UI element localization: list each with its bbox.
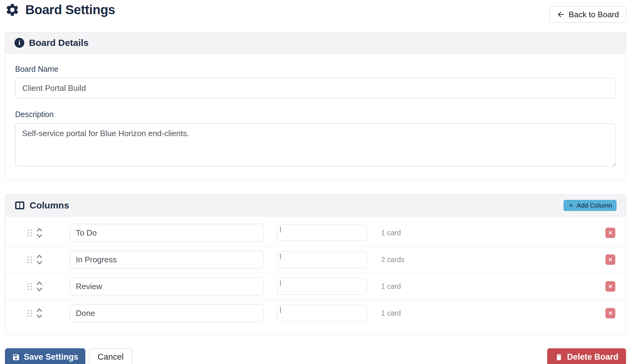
board-details-title: Board Details bbox=[29, 38, 88, 48]
card-count-label: 1 card bbox=[381, 309, 401, 317]
board-details-card: i Board Details Board Name Description S… bbox=[5, 32, 626, 180]
page-title: Board Settings bbox=[25, 2, 115, 17]
column-color-picker[interactable] bbox=[277, 224, 367, 241]
delete-column-button[interactable]: ✕ bbox=[605, 308, 615, 318]
row-handle-group bbox=[27, 254, 47, 265]
columns-title-wrap: Columns bbox=[14, 200, 69, 211]
row-handle-group bbox=[27, 227, 47, 238]
x-icon: ✕ bbox=[608, 310, 613, 317]
column-color-picker[interactable] bbox=[277, 278, 367, 295]
save-icon bbox=[12, 353, 20, 361]
gear-icon bbox=[5, 2, 20, 17]
x-icon: ✕ bbox=[608, 257, 613, 263]
save-settings-button[interactable]: Save Settings bbox=[5, 348, 85, 364]
column-color-swatch bbox=[280, 307, 281, 313]
footer-actions: Save Settings Cancel Delete Board bbox=[5, 348, 626, 364]
column-color-swatch bbox=[280, 253, 281, 259]
back-to-board-label: Back to Board bbox=[569, 10, 619, 19]
drag-handle-icon[interactable] bbox=[27, 283, 32, 290]
delete-column-button[interactable]: ✕ bbox=[605, 281, 615, 292]
column-row: 1 card ✕ bbox=[5, 300, 626, 326]
delete-board-label: Delete Board bbox=[567, 352, 618, 362]
columns-icon bbox=[14, 200, 25, 211]
board-name-label: Board Name bbox=[15, 65, 616, 74]
description-textarea[interactable]: Self-service portal for Blue Horizon end… bbox=[15, 123, 616, 166]
x-icon: ✕ bbox=[608, 230, 613, 236]
cancel-button[interactable]: Cancel bbox=[89, 348, 132, 364]
board-details-header: i Board Details bbox=[5, 32, 626, 54]
info-circle-icon: i bbox=[14, 38, 24, 48]
row-handle-group bbox=[27, 308, 47, 319]
trash-icon bbox=[555, 353, 563, 361]
drag-handle-icon[interactable] bbox=[27, 310, 32, 317]
cancel-label: Cancel bbox=[98, 352, 124, 362]
page-title-wrap: Board Settings bbox=[5, 2, 115, 17]
column-color-swatch bbox=[280, 227, 281, 233]
row-handle-group bbox=[27, 281, 47, 292]
column-row: 2 cards ✕ bbox=[5, 246, 626, 273]
drag-handle-icon[interactable] bbox=[27, 229, 32, 237]
add-column-label: Add Column bbox=[576, 202, 612, 209]
drag-handle-icon[interactable] bbox=[27, 256, 32, 263]
plus-icon bbox=[568, 202, 574, 208]
column-name-input[interactable] bbox=[70, 251, 263, 269]
delete-column-button[interactable]: ✕ bbox=[605, 254, 615, 265]
board-settings-page: Board Settings Back to Board i Board Det… bbox=[0, 0, 631, 364]
sort-arrows-icon[interactable] bbox=[36, 281, 43, 292]
board-details-body: Board Name Description Self-service port… bbox=[5, 54, 626, 180]
column-color-picker[interactable] bbox=[277, 305, 367, 322]
column-color-swatch bbox=[280, 280, 281, 286]
save-settings-label: Save Settings bbox=[24, 352, 78, 362]
back-to-board-button[interactable]: Back to Board bbox=[549, 6, 626, 23]
card-count-label: 1 card bbox=[381, 282, 401, 291]
delete-board-button[interactable]: Delete Board bbox=[547, 348, 626, 364]
columns-list: 1 card ✕ 2 cards ✕ bbox=[5, 216, 626, 334]
column-name-input[interactable] bbox=[70, 277, 263, 295]
add-column-button[interactable]: Add Column bbox=[564, 200, 617, 211]
column-name-input[interactable] bbox=[70, 224, 263, 242]
description-label: Description bbox=[15, 110, 616, 119]
column-row: 1 card ✕ bbox=[5, 273, 626, 300]
board-details-title-wrap: i Board Details bbox=[14, 38, 88, 48]
columns-header: Columns Add Column bbox=[5, 195, 626, 216]
card-count-label: 1 card bbox=[381, 229, 401, 237]
board-name-input[interactable] bbox=[15, 78, 616, 98]
columns-card: Columns Add Column 1 card ✕ bbox=[5, 194, 626, 335]
sort-arrows-icon[interactable] bbox=[36, 227, 43, 238]
column-name-input[interactable] bbox=[70, 304, 263, 322]
column-color-picker[interactable] bbox=[277, 251, 367, 268]
column-row: 1 card ✕ bbox=[5, 220, 626, 246]
card-count-label: 2 cards bbox=[381, 256, 404, 264]
x-icon: ✕ bbox=[608, 283, 613, 290]
columns-title: Columns bbox=[30, 200, 69, 211]
page-header: Board Settings Back to Board bbox=[5, 0, 626, 23]
delete-column-button[interactable]: ✕ bbox=[605, 228, 615, 238]
arrow-left-icon bbox=[556, 10, 565, 19]
sort-arrows-icon[interactable] bbox=[36, 308, 43, 319]
sort-arrows-icon[interactable] bbox=[36, 254, 43, 265]
